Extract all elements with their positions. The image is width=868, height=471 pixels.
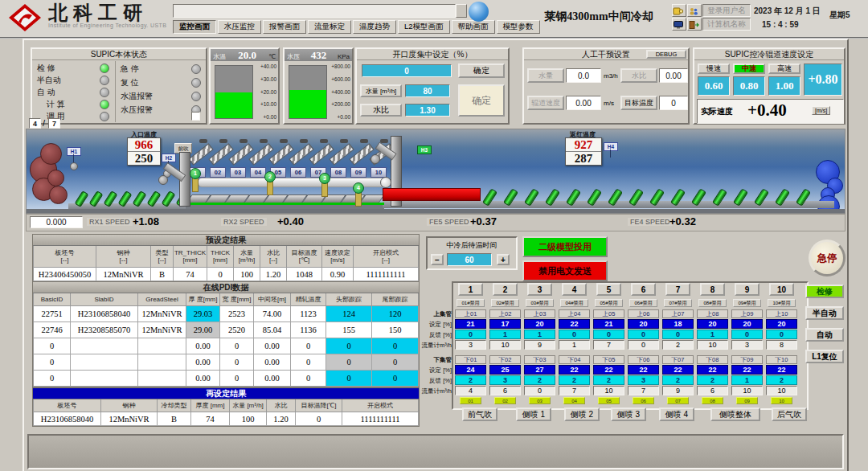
lower-set-10[interactable]: 22: [766, 365, 797, 375]
lower-set-2[interactable]: 25: [489, 365, 521, 375]
speed-mode-慢速[interactable]: 慢速: [698, 63, 730, 74]
valve-bottom-button-05[interactable]: 05: [598, 397, 620, 404]
opening-confirm-button[interactable]: 确定: [458, 63, 505, 78]
valve-disable-button-03#禁用[interactable]: 03#禁用: [526, 299, 554, 307]
valve-disable-button-10#禁用[interactable]: 10#禁用: [768, 299, 796, 307]
debug-button[interactable]: DEBUG: [646, 50, 686, 59]
valve-disable-button-05#禁用[interactable]: 05#禁用: [595, 299, 623, 307]
exit-door-icon[interactable]: [687, 18, 702, 31]
upper-set-1[interactable]: 21: [455, 319, 486, 329]
valve-group-button-3[interactable]: 3: [527, 283, 552, 296]
manual-btn-水比[interactable]: 水比: [620, 68, 657, 83]
valve-bottom-button-09[interactable]: 09: [736, 397, 758, 404]
valve-disable-button-07#禁用[interactable]: 07#禁用: [664, 299, 692, 307]
tab-帮助画面[interactable]: 帮助画面: [452, 20, 495, 34]
valve-group-button-5[interactable]: 5: [596, 283, 621, 296]
address-field[interactable]: [173, 4, 456, 18]
lower-set-7[interactable]: 22: [662, 365, 694, 375]
water-ratio-button[interactable]: 水比: [360, 104, 402, 117]
upper-set-2[interactable]: 17: [489, 319, 521, 329]
valve-disable-button-01#禁用[interactable]: 01#禁用: [457, 299, 485, 307]
valve-group-button-10[interactable]: 10: [769, 283, 794, 296]
upper-set-8[interactable]: 20: [697, 319, 728, 329]
tab-L2模型画面[interactable]: L2模型画面: [398, 20, 450, 34]
valve-disable-button-09#禁用[interactable]: 09#禁用: [733, 299, 761, 307]
bottom-button-侧喷 3[interactable]: 侧喷 3: [611, 408, 646, 421]
valve-disable-button-06#禁用[interactable]: 06#禁用: [629, 299, 657, 307]
tab-流量标定[interactable]: 流量标定: [308, 20, 351, 34]
lower-set-5[interactable]: 22: [593, 365, 624, 375]
upper-set-4[interactable]: 22: [559, 319, 590, 329]
side-button-自动[interactable]: 自动: [805, 328, 844, 342]
upper-set-3[interactable]: 20: [524, 319, 555, 329]
lower-set-9[interactable]: 22: [731, 365, 763, 375]
valve-disable-button-02#禁用[interactable]: 02#禁用: [491, 299, 519, 307]
speed-mode-value-高速[interactable]: 1.00: [768, 76, 800, 96]
side-button-L1复位[interactable]: L1复位: [805, 350, 844, 363]
valve-bottom-button-10[interactable]: 10: [771, 397, 792, 404]
valve-group-button-4[interactable]: 4: [562, 283, 587, 296]
side-button-半自动[interactable]: 半自动: [805, 306, 844, 320]
upper-set-9[interactable]: 20: [731, 319, 763, 329]
valve-disable-button-08#禁用[interactable]: 08#禁用: [698, 299, 727, 307]
upper-set-10[interactable]: 20: [766, 319, 797, 329]
wait-time-plus-button[interactable]: +: [497, 254, 510, 265]
lower-set-1[interactable]: 24: [455, 365, 486, 375]
valve-bottom-button-04[interactable]: 04: [563, 397, 585, 404]
bottom-button-侧喷 1[interactable]: 侧喷 1: [516, 408, 551, 421]
status-checkbox[interactable]: [191, 112, 200, 121]
valve-bottom-button-01[interactable]: 01: [460, 397, 481, 404]
speed-mode-中速[interactable]: 中速: [733, 63, 765, 74]
upper-set-6[interactable]: 20: [628, 319, 659, 329]
lower-set-6[interactable]: 22: [628, 365, 659, 375]
tab-监控画面[interactable]: 监控画面: [173, 20, 216, 34]
confirm-big-button[interactable]: 确定: [458, 84, 505, 117]
valve-group-button-6[interactable]: 6: [631, 283, 656, 296]
bottom-button-侧喷 4[interactable]: 侧喷 4: [659, 408, 694, 421]
water-amount-input[interactable]: 80: [405, 84, 450, 97]
manual-btn-水量[interactable]: 水量: [527, 68, 564, 83]
speed-mode-value-慢速[interactable]: 0.60: [698, 76, 730, 96]
valve-group-button-7[interactable]: 7: [665, 283, 690, 296]
tab-水压监控[interactable]: 水压监控: [218, 20, 261, 34]
pager-right-box[interactable]: 7: [48, 118, 60, 129]
upper-set-5[interactable]: 21: [593, 319, 624, 329]
model-button-禁用电文发送[interactable]: 禁用电文发送: [522, 260, 608, 281]
bottom-button-前气吹[interactable]: 前气吹: [462, 408, 497, 421]
computer-name-field[interactable]: 计算机名称: [702, 18, 751, 31]
upper-set-7[interactable]: 18: [662, 319, 694, 329]
bottom-button-侧喷整体[interactable]: 侧喷整体: [710, 408, 760, 421]
emergency-stop-button[interactable]: 急停: [809, 240, 845, 276]
bottom-button-侧喷 2[interactable]: 侧喷 2: [564, 408, 600, 421]
pager-left-box[interactable]: 4: [29, 118, 41, 129]
water-ratio-input[interactable]: 1.30: [405, 104, 450, 117]
computer-icon[interactable]: [672, 18, 686, 31]
lower-set-3[interactable]: 27: [524, 365, 555, 375]
lower-set-4[interactable]: 22: [559, 365, 590, 375]
valve-disable-button-04#禁用[interactable]: 04#禁用: [560, 299, 588, 307]
wait-time-value[interactable]: 60: [447, 253, 492, 266]
opening-value-input[interactable]: 0: [362, 64, 452, 77]
address-field-button[interactable]: [456, 4, 467, 18]
manual-btn-辊道速度[interactable]: 辊道速度: [527, 96, 564, 110]
valve-group-button-2[interactable]: 2: [493, 283, 518, 296]
valve-bottom-button-06[interactable]: 06: [633, 397, 654, 404]
speed-mode-高速[interactable]: 高速: [768, 63, 800, 74]
valve-group-button-9[interactable]: 9: [735, 283, 760, 296]
lower-set-8[interactable]: 22: [697, 365, 728, 375]
login-username-field[interactable]: 登录用户名: [702, 4, 751, 17]
water-amount-button[interactable]: 水量 [m³/h]: [360, 84, 402, 97]
valve-bottom-button-07[interactable]: 07: [667, 397, 689, 404]
valve-group-button-8[interactable]: 8: [700, 283, 725, 296]
users-icon[interactable]: [687, 4, 702, 17]
valve-bottom-button-03[interactable]: 03: [529, 397, 551, 404]
valve-group-button-1[interactable]: 1: [458, 283, 483, 296]
speed-mode-value-中速[interactable]: 0.80: [733, 76, 765, 96]
login-key-icon[interactable]: [672, 4, 686, 17]
tab-报警画面[interactable]: 报警画面: [263, 20, 306, 34]
side-button-检修[interactable]: 检修: [805, 285, 844, 298]
valve-bottom-button-02[interactable]: 02: [494, 397, 516, 404]
tab-温度趋势[interactable]: 温度趋势: [353, 20, 396, 34]
valve-bottom-button-08[interactable]: 08: [702, 397, 723, 404]
wait-time-minus-button[interactable]: −: [431, 254, 444, 265]
